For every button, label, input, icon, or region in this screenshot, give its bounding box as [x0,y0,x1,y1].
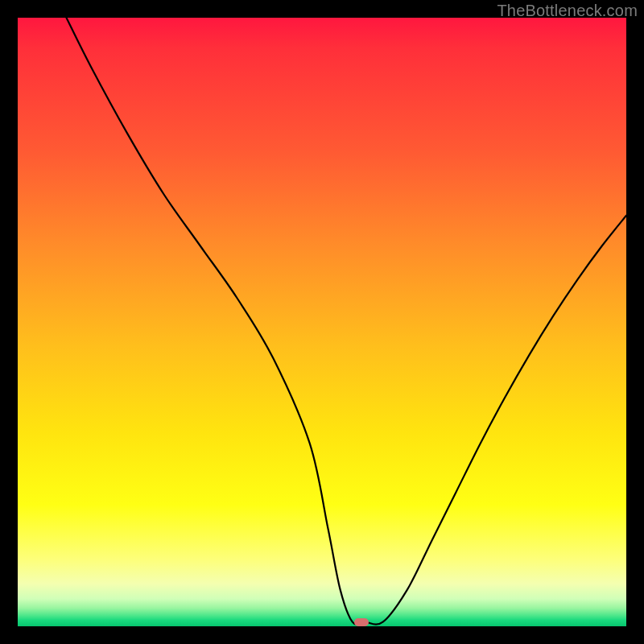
minimum-marker [354,618,369,626]
plot-area [18,18,626,626]
curve-layer [18,18,626,626]
chart-frame: TheBottleneck.com [0,0,644,644]
bottleneck-curve [66,18,626,625]
